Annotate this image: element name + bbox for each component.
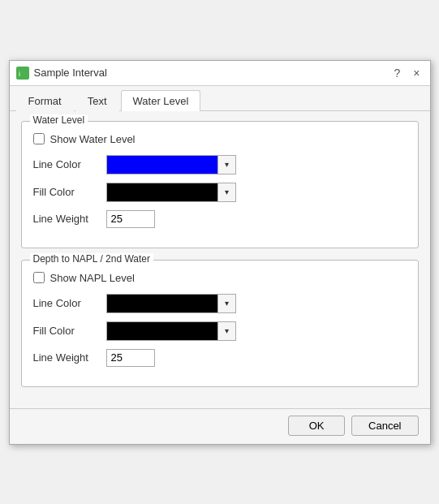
- show-water-level-checkbox[interactable]: [33, 133, 45, 144]
- napl-line-weight-row: Line Weight: [33, 349, 407, 367]
- napl-line-color-label: Line Color: [33, 297, 106, 309]
- help-button[interactable]: ?: [391, 66, 404, 80]
- wl-line-weight-label: Line Weight: [33, 213, 106, 225]
- tab-water-level[interactable]: Water Level: [121, 90, 201, 111]
- ok-button[interactable]: OK: [288, 416, 345, 436]
- napl-fill-color-swatch: [107, 322, 217, 340]
- napl-line-color-dropdown[interactable]: ▾: [106, 294, 236, 313]
- show-water-level-row: Show Water Level: [33, 133, 407, 145]
- dialog: i Sample Interval ? × Format Text Water …: [9, 60, 431, 445]
- napl-line-color-row: Line Color ▾: [33, 294, 407, 313]
- napl-line-color-arrow-icon: ▾: [217, 295, 235, 312]
- napl-fill-color-row: Fill Color ▾: [33, 321, 407, 341]
- wl-line-color-swatch: [107, 156, 217, 174]
- close-button[interactable]: ×: [410, 66, 423, 80]
- title-bar: i Sample Interval ? ×: [10, 61, 430, 86]
- show-water-level-label: Show Water Level: [50, 133, 136, 145]
- app-icon: i: [16, 67, 29, 80]
- wl-fill-color-arrow-icon: ▾: [217, 183, 235, 201]
- napl-section: Depth to NAPL / 2nd Water Show NAPL Leve…: [21, 260, 419, 387]
- napl-fill-color-label: Fill Color: [33, 325, 106, 337]
- napl-line-color-swatch: [107, 295, 217, 312]
- water-level-legend: Water Level: [30, 114, 88, 126]
- napl-legend: Depth to NAPL / 2nd Water: [30, 253, 154, 265]
- dialog-body: Water Level Show Water Level Line Color …: [10, 111, 430, 408]
- wl-fill-color-dropdown[interactable]: ▾: [106, 183, 236, 202]
- wl-fill-color-label: Fill Color: [33, 186, 106, 198]
- napl-fill-color-arrow-icon: ▾: [217, 322, 235, 340]
- cancel-button[interactable]: Cancel: [351, 416, 418, 436]
- title-bar-controls: ? ×: [391, 66, 424, 80]
- show-napl-label: Show NAPL Level: [50, 272, 135, 284]
- wl-line-color-dropdown[interactable]: ▾: [106, 155, 236, 174]
- wl-fill-color-swatch: [107, 183, 217, 201]
- wl-line-color-label: Line Color: [33, 158, 106, 170]
- dialog-footer: OK Cancel: [10, 408, 430, 444]
- dialog-title: Sample Interval: [34, 67, 391, 79]
- tab-format[interactable]: Format: [16, 90, 74, 111]
- tabs-bar: Format Text Water Level: [10, 86, 430, 111]
- napl-line-weight-input[interactable]: [106, 349, 155, 367]
- napl-fill-color-dropdown[interactable]: ▾: [106, 321, 236, 341]
- water-level-section: Water Level Show Water Level Line Color …: [21, 121, 419, 248]
- wl-line-weight-row: Line Weight: [33, 210, 407, 228]
- wl-line-weight-input[interactable]: [106, 210, 155, 228]
- wl-fill-color-row: Fill Color ▾: [33, 183, 407, 202]
- show-napl-checkbox[interactable]: [33, 272, 45, 283]
- wl-line-color-arrow-icon: ▾: [217, 156, 235, 174]
- napl-line-weight-label: Line Weight: [33, 351, 106, 364]
- wl-line-color-row: Line Color ▾: [33, 155, 407, 174]
- show-napl-row: Show NAPL Level: [33, 272, 407, 284]
- svg-text:i: i: [19, 70, 20, 78]
- tab-text[interactable]: Text: [75, 90, 119, 111]
